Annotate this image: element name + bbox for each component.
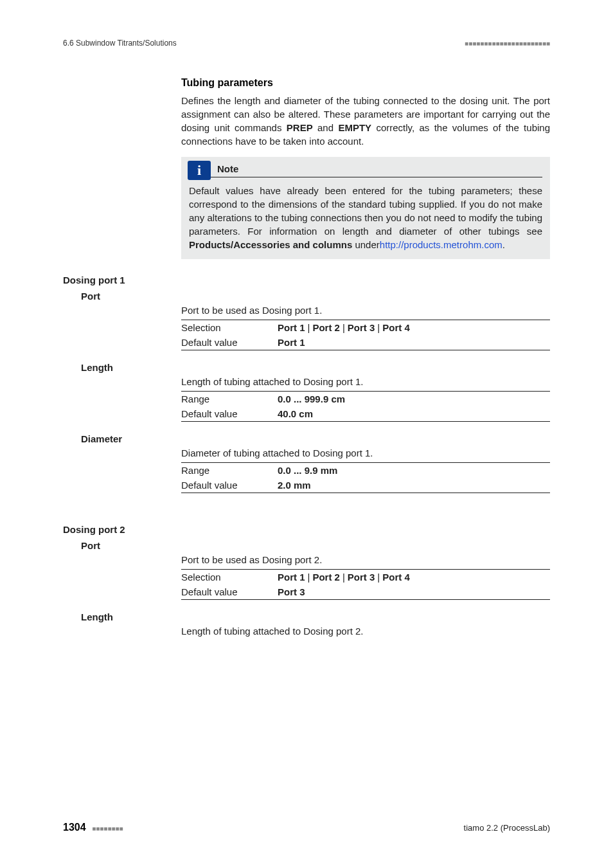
- dp2-port-opt1: Port 1: [278, 572, 305, 583]
- tubing-parameters-heading: Tubing parameters: [181, 77, 550, 89]
- dp2-port-opt2: Port 2: [312, 572, 340, 583]
- dp1-port-opt2: Port 2: [312, 322, 340, 333]
- dp1-diameter-range: 0.0 ... 9.9 mm: [278, 465, 337, 476]
- dp1-diameter-desc: Diameter of tubing attached to Dosing po…: [181, 448, 550, 458]
- dp1-diameter-label: Diameter: [81, 433, 122, 444]
- dp2-port-opt3: Port 3: [348, 572, 375, 583]
- default-value-label: Default value: [181, 337, 278, 348]
- note-body-under: under: [352, 239, 380, 250]
- selection-label-2: Selection: [181, 572, 278, 583]
- dosing-port-2-title: Dosing port 2: [63, 524, 550, 535]
- dp1-port-desc: Port to be used as Dosing port 1.: [181, 305, 550, 316]
- dp1-length-label: Length: [81, 362, 113, 373]
- intro-empty: EMPTY: [338, 122, 371, 133]
- intro-mid: and: [313, 122, 339, 133]
- dp1-port-opt3: Port 3: [348, 322, 375, 333]
- footer-product: tiamo 2.2 (ProcessLab): [464, 823, 550, 833]
- dp1-length-desc: Length of tubing attached to Dosing port…: [181, 376, 550, 387]
- default-value-label-4: Default value: [181, 586, 278, 597]
- range-label: Range: [181, 393, 278, 404]
- dp1-port-default: Port 1: [278, 337, 305, 348]
- dosing-port-1-title: Dosing port 1: [63, 275, 550, 285]
- dp1-port-opt4: Port 4: [382, 322, 410, 333]
- note-body-a: Default values have already been entered…: [189, 185, 542, 237]
- footer-squares: ■■■■■■■■: [92, 825, 123, 832]
- dp1-port-label: Port: [81, 291, 100, 302]
- note-body: Default values have already been entered…: [189, 184, 542, 251]
- dp2-port-selection: Port 1|Port 2|Port 3|Port 4: [278, 572, 410, 583]
- dp2-port-label: Port: [81, 540, 100, 551]
- range-label-2: Range: [181, 465, 278, 476]
- tubing-parameters-intro: Defines the length and diameter of the t…: [181, 94, 550, 148]
- selection-label: Selection: [181, 322, 278, 333]
- note-body-end: .: [502, 239, 505, 250]
- dp1-port-opt1: Port 1: [278, 322, 305, 333]
- dp2-port-default: Port 3: [278, 586, 305, 597]
- dp1-length-range: 0.0 ... 999.9 cm: [278, 393, 345, 404]
- dp2-length-desc: Length of tubing attached to Dosing port…: [181, 626, 550, 637]
- dp1-length-default: 40.0 cm: [278, 408, 313, 419]
- info-icon: i: [188, 161, 211, 180]
- running-header-left: 6.6 Subwindow Titrants/Solutions: [63, 39, 177, 48]
- default-value-label-3: Default value: [181, 480, 278, 491]
- header-squares: ■■■■■■■■■■■■■■■■■■■■■■: [465, 40, 550, 47]
- dp2-port-desc: Port to be used as Dosing port 2.: [181, 554, 550, 565]
- dp2-port-opt4: Port 4: [382, 572, 410, 583]
- dp1-port-selection: Port 1|Port 2|Port 3|Port 4: [278, 322, 410, 333]
- note-title: Note: [217, 163, 238, 174]
- intro-prep: PREP: [287, 122, 313, 133]
- dp1-diameter-default: 2.0 mm: [278, 480, 311, 491]
- note-body-strong: Products/Accessories and columns: [189, 239, 352, 250]
- page-number: 1304: [63, 822, 86, 833]
- default-value-label-2: Default value: [181, 408, 278, 419]
- note-block: i Note Default values have already been …: [181, 157, 550, 259]
- note-link[interactable]: http://products.metrohm.com: [380, 239, 502, 250]
- dp2-length-label: Length: [81, 611, 113, 622]
